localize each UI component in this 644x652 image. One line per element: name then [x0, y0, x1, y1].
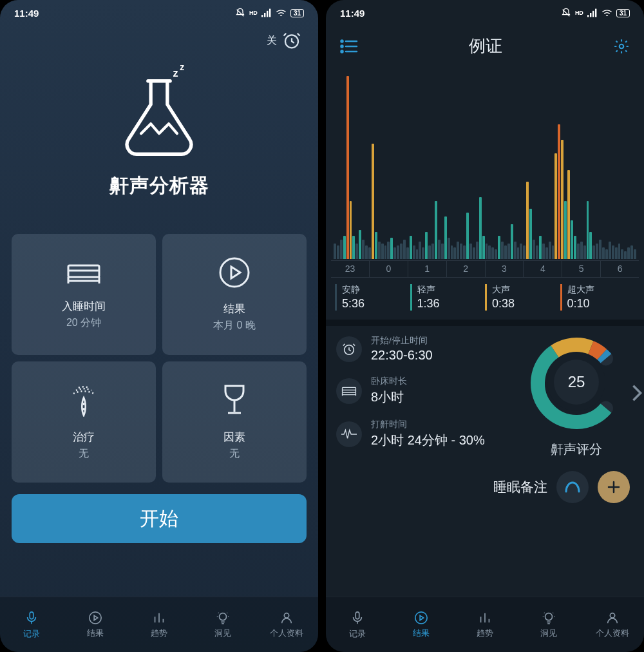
add-note-button[interactable]	[598, 471, 630, 503]
start-label: 开始	[140, 506, 178, 532]
card-title: 因素	[223, 430, 245, 445]
tab-label: 记录	[23, 628, 40, 640]
status-icons: HD 31	[561, 8, 630, 18]
score-donut[interactable]: 25 鼾声评分	[515, 335, 638, 458]
page-title: 例证	[358, 35, 613, 57]
tab-record[interactable]: 记录	[0, 597, 64, 652]
tab-label: 结果	[413, 628, 430, 639]
battery-icon: 31	[290, 9, 304, 17]
svg-rect-24	[587, 15, 589, 17]
tab-label: 结果	[87, 628, 104, 639]
status-bar: 11:49 HD 31	[0, 0, 318, 26]
status-time: 11:49	[340, 8, 365, 19]
svg-point-17	[90, 611, 101, 623]
hd-icon: HD	[249, 10, 258, 16]
alarm-toggle[interactable]: 关	[0, 26, 318, 50]
summary-section: 开始/停止时间 22:30-6:30 卧床时长 8小时 打鼾时间 2小时 24分…	[326, 326, 644, 458]
waveform-icon	[341, 428, 357, 440]
tab-profile[interactable]: 个人资料	[254, 597, 318, 652]
svg-point-22	[284, 613, 289, 617]
wifi-icon	[276, 8, 287, 17]
tab-profile[interactable]: 个人资料	[580, 597, 644, 652]
bulb-icon	[216, 611, 230, 625]
alarm-clock-icon	[342, 342, 356, 356]
svg-rect-3	[267, 11, 268, 17]
settings-gear-icon[interactable]	[613, 38, 630, 55]
status-bar: 11:49 HD 31	[326, 0, 644, 26]
sleep-notes-row: 睡眠备注	[326, 458, 644, 503]
label: 开始/停止时间	[371, 335, 433, 347]
battery-icon: 31	[616, 9, 630, 17]
tab-label: 个人资料	[270, 628, 303, 639]
tab-record[interactable]: 记录	[326, 597, 390, 652]
svg-rect-26	[592, 11, 594, 17]
svg-point-28	[341, 40, 343, 42]
tab-results[interactable]: 结果	[64, 597, 128, 652]
mouthguard-button[interactable]	[556, 471, 589, 503]
label: 卧床时长	[371, 376, 407, 387]
summary-snore-time: 打鼾时间 2小时 24分钟 - 30%	[336, 419, 510, 449]
notes-label: 睡眠备注	[493, 478, 547, 496]
alarm-off-label: 关	[267, 34, 277, 48]
card-sub: 本月 0 晚	[213, 319, 256, 332]
tabbar: 记录 结果 趋势 洞见 个人资料	[0, 597, 318, 652]
mouthguard-icon	[564, 480, 582, 494]
svg-text:z: z	[173, 67, 178, 79]
score-label: 鼾声评分	[551, 441, 602, 458]
value: 2小时 24分钟 - 30%	[371, 432, 485, 449]
cards-grid: 入睡时间 20 分钟 结果 本月 0 晚 治疗 无	[12, 234, 307, 483]
chart-xaxis: 230123456	[331, 260, 639, 277]
status-time: 11:49	[14, 8, 39, 19]
user-icon	[279, 611, 294, 625]
intensity-chart[interactable]: 230123456	[331, 66, 639, 278]
card-sub: 无	[73, 447, 95, 461]
tab-label: 趋势	[477, 628, 493, 639]
status-icons: HD 31	[235, 8, 304, 18]
diffuser-icon	[67, 383, 100, 417]
play-circle-icon	[218, 256, 251, 289]
tab-trends[interactable]: 趋势	[453, 597, 517, 652]
svg-rect-25	[590, 13, 591, 17]
svg-point-34	[620, 44, 624, 48]
card-sleep-time[interactable]: 入睡时间 20 分钟	[12, 234, 156, 355]
play-circle-icon	[88, 611, 102, 625]
card-sub: 20 分钟	[62, 316, 106, 330]
card-results[interactable]: 结果 本月 0 晚	[162, 234, 307, 355]
svg-text:z: z	[185, 64, 189, 65]
plus-icon	[606, 479, 621, 495]
svg-text:z: z	[180, 64, 184, 72]
card-factors[interactable]: 因素 无	[162, 361, 307, 483]
wine-glass-icon	[220, 383, 249, 417]
mute-icon	[561, 8, 571, 18]
svg-point-45	[545, 613, 552, 620]
signal-icon	[587, 8, 598, 17]
card-remedies[interactable]: 治疗 无	[12, 361, 156, 483]
start-button[interactable]: 开始	[12, 494, 307, 543]
hero: z z z 鼾声分析器	[0, 50, 318, 199]
tabbar: 记录 结果 趋势 洞见 个人资料	[326, 597, 644, 652]
tab-label: 趋势	[151, 628, 167, 639]
signal-icon	[261, 8, 272, 17]
screen-record: 11:49 HD 31 关 z z z 鼾声分析器 入睡时间 20 分钟	[0, 0, 318, 652]
legend-item: 超大声0:10	[560, 284, 636, 311]
menu-list-icon[interactable]	[340, 39, 358, 53]
svg-point-21	[219, 613, 226, 620]
bars-icon	[478, 611, 492, 625]
mic-icon	[350, 610, 365, 626]
chevron-right-icon[interactable]	[631, 384, 643, 402]
hero-title: 鼾声分析器	[109, 173, 209, 199]
tab-label: 个人资料	[596, 628, 629, 639]
legend-item: 轻声1:36	[410, 284, 486, 311]
tab-insights[interactable]: 洞见	[191, 597, 254, 652]
tab-results[interactable]: 结果	[390, 597, 453, 652]
value: 8小时	[371, 388, 407, 406]
card-title: 结果	[213, 302, 256, 316]
svg-rect-16	[30, 611, 34, 618]
tab-trends[interactable]: 趋势	[128, 597, 191, 652]
svg-rect-1	[261, 15, 263, 17]
flask-icon: z z z	[117, 64, 201, 161]
svg-rect-27	[595, 9, 596, 17]
bed-icon	[341, 385, 357, 398]
svg-point-46	[610, 613, 614, 617]
tab-insights[interactable]: 洞见	[516, 597, 580, 652]
